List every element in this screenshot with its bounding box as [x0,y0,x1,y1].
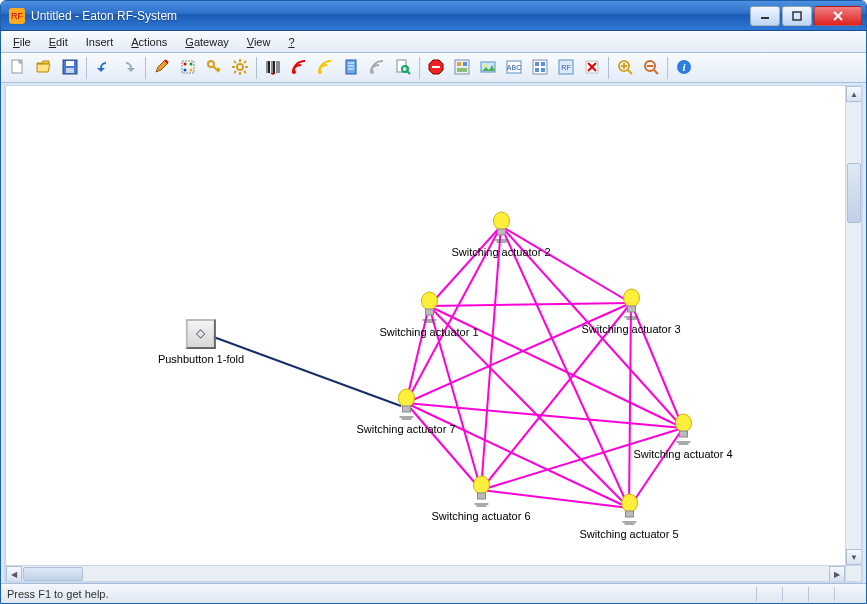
svg-point-12 [190,68,193,71]
menu-file[interactable]: File [5,34,39,50]
svg-point-84 [621,494,637,512]
svg-rect-31 [346,60,356,74]
svg-point-9 [184,62,187,65]
toolbar: ABCRFi [1,53,866,83]
scroll-right-button[interactable]: ▶ [829,566,845,582]
toolbar-image-button[interactable] [475,55,501,81]
toolbar-zoom-in-button[interactable] [612,55,638,81]
toolbar-separator [667,57,668,79]
toolbar-undo-button[interactable] [90,55,116,81]
toolbar-key-button[interactable] [201,55,227,81]
svg-point-80 [675,414,691,432]
node-act6[interactable]: Switching actuator 6 [431,474,530,522]
redo-icon [120,58,138,78]
toolbar-gear-button[interactable] [227,55,253,81]
menu-view[interactable]: View [239,34,279,50]
toolbar-save-file-button[interactable] [57,55,83,81]
app-window: RF Untitled - Eaton RF-System FileEditIn… [0,0,867,604]
find-doc-icon [394,58,412,78]
toolbar-selection-button[interactable] [175,55,201,81]
toolbar-barcode-button[interactable] [260,55,286,81]
node-act7[interactable]: Switching actuator 7 [356,387,455,435]
svg-point-72 [493,212,509,230]
rf-yellow-icon [316,58,334,78]
svg-point-76 [623,289,639,307]
toolbar-new-file-button[interactable] [5,55,31,81]
maximize-icon [792,11,802,21]
close-button[interactable] [814,6,862,26]
node-act4[interactable]: Switching actuator 4 [633,412,732,460]
bulb-icon [614,287,648,321]
svg-point-10 [190,62,193,65]
svg-rect-44 [457,68,467,72]
rf-box-icon: RF [557,58,575,78]
node-act5[interactable]: Switching actuator 5 [579,492,678,540]
svg-rect-73 [497,229,505,235]
toolbar-find-doc-button[interactable] [390,55,416,81]
bulb-icon [412,290,446,324]
menu-edit[interactable]: Edit [41,34,76,50]
minimize-button[interactable] [750,6,780,26]
toolbar-redo-button[interactable] [116,55,142,81]
info-icon: i [675,58,693,78]
window-title: Untitled - Eaton RF-System [31,9,750,23]
toolbar-layout-button[interactable] [527,55,553,81]
bulb-icon [464,474,498,508]
rf-red-icon [290,58,308,78]
vertical-scroll-thumb[interactable] [847,163,861,223]
svg-rect-7 [66,68,74,73]
node-act3[interactable]: Switching actuator 3 [581,287,680,335]
toolbar-delete-button[interactable] [579,55,605,81]
node-act1[interactable]: Switching actuator 1 [379,290,478,338]
svg-point-29 [292,70,296,74]
toolbar-zoom-out-button[interactable] [638,55,664,81]
toolbar-rf-yellow-button[interactable] [312,55,338,81]
menu-gateway[interactable]: Gateway [177,34,236,50]
svg-point-68 [421,292,437,310]
svg-point-88 [473,476,489,494]
menu-[interactable]: ? [280,34,302,50]
key-icon [205,58,223,78]
horizontal-scrollbar[interactable]: ◀ ▶ [6,565,845,581]
node-pushbutton[interactable]: Pushbutton 1-fold [158,317,244,365]
toolbar-tool1-button[interactable] [449,55,475,81]
svg-rect-89 [477,493,485,499]
toolbar-stop-sign-button[interactable] [423,55,449,81]
svg-line-60 [628,70,632,74]
bulb-icon [612,492,646,526]
toolbar-abc-box-button[interactable]: ABC [501,55,527,81]
menu-insert[interactable]: Insert [78,34,122,50]
node-label: Pushbutton 1-fold [158,353,244,365]
toolbar-info-button[interactable]: i [671,55,697,81]
toolbar-open-file-button[interactable] [31,55,57,81]
gear-icon [231,58,249,78]
scroll-down-button[interactable]: ▼ [846,549,862,565]
scroll-up-button[interactable]: ▲ [846,86,862,102]
menu-actions[interactable]: Actions [123,34,175,50]
svg-line-19 [234,61,236,63]
svg-point-92 [398,389,414,407]
maximize-button[interactable] [782,6,812,26]
toolbar-rf-gray-button[interactable] [364,55,390,81]
blue-doc-icon [342,58,360,78]
connection-line[interactable] [481,226,501,490]
scroll-left-button[interactable]: ◀ [6,566,22,582]
horizontal-scroll-thumb[interactable] [23,567,83,581]
minimize-icon [760,11,770,21]
node-label: Switching actuator 5 [579,528,678,540]
toolbar-pencil-button[interactable] [149,55,175,81]
svg-point-30 [318,70,322,74]
connection-line[interactable] [501,226,629,508]
node-act2[interactable]: Switching actuator 2 [451,210,550,258]
toolbar-rf-red-button[interactable] [286,55,312,81]
barcode-icon [264,58,282,78]
toolbar-blue-doc-button[interactable] [338,55,364,81]
titlebar[interactable]: RF Untitled - Eaton RF-System [1,1,866,31]
svg-rect-77 [627,306,635,312]
toolbar-rf-box-button[interactable]: RF [553,55,579,81]
toolbar-separator [86,57,87,79]
canvas[interactable]: Pushbutton 1-foldSwitching actuator 1Swi… [6,86,845,565]
vertical-scrollbar[interactable]: ▲ ▼ [845,86,861,565]
node-label: Switching actuator 6 [431,510,530,522]
open-file-icon [35,58,53,78]
